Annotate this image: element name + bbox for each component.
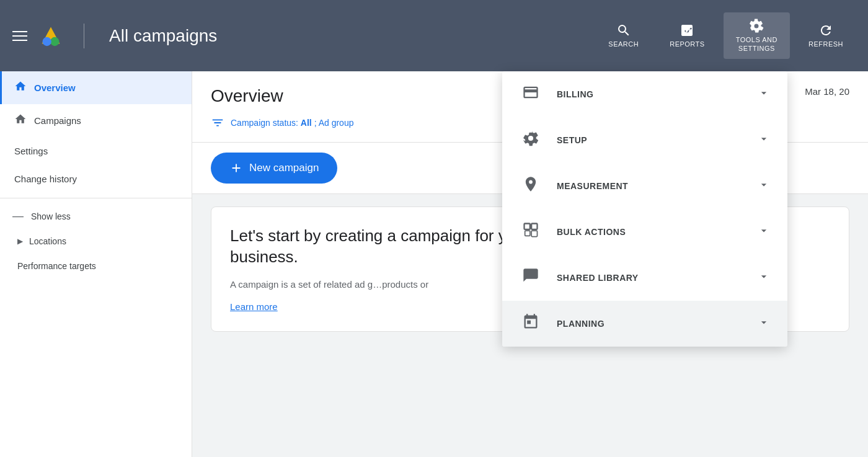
- dropdown-setup-label: SETUP: [557, 135, 743, 145]
- dropdown-item-billing[interactable]: BILLING: [502, 71, 787, 117]
- date-range: Mar 18, 20: [805, 86, 849, 97]
- sidebar-item-change-history[interactable]: Change history: [0, 165, 192, 193]
- billing-chevron-icon: [758, 87, 770, 102]
- filter-label: Campaign status:: [231, 118, 298, 128]
- minus-icon: —: [12, 210, 24, 223]
- reports-tool-button[interactable]: REPORTS: [657, 17, 717, 55]
- search-icon: [616, 23, 631, 38]
- dropdown-measurement-label: MEASUREMENT: [557, 181, 743, 191]
- svg-rect-6: [525, 224, 530, 229]
- home-icon: [14, 80, 27, 95]
- sidebar-item-campaigns-label: Campaigns: [34, 115, 81, 126]
- sidebar-item-overview-label: Overview: [34, 82, 76, 93]
- expand-arrow-icon: ▶: [17, 237, 23, 246]
- card-desc-suffix: …products or: [373, 279, 428, 290]
- planning-chevron-icon: [758, 316, 770, 332]
- measurement-chevron-icon: [758, 179, 770, 194]
- sidebar-item-overview[interactable]: Overview: [0, 71, 192, 104]
- reports-tool-label: REPORTS: [670, 40, 704, 48]
- show-less-button[interactable]: — Show less: [0, 203, 192, 229]
- sidebar-item-campaigns[interactable]: Campaigns: [0, 104, 192, 137]
- dropdown-item-measurement[interactable]: MEASUREMENT: [502, 163, 787, 209]
- billing-icon: [520, 84, 542, 105]
- new-campaign-button[interactable]: New campaign: [211, 153, 337, 184]
- logo-divider: [84, 24, 84, 48]
- svg-rect-4: [686, 26, 688, 33]
- dropdown-item-shared-library[interactable]: SHARED LIBRARY: [502, 255, 787, 301]
- header-right: SEARCH REPORTS TOOLS ANDSETTINGS REFRE: [596, 12, 856, 58]
- dropdown-item-bulk-actions[interactable]: BULK ACTIONS: [502, 209, 787, 255]
- dropdown-item-setup[interactable]: SETUP: [502, 117, 787, 163]
- filter-suffix: ; Ad group: [314, 118, 354, 128]
- header-left: All campaigns: [12, 24, 596, 48]
- logo-container: [40, 25, 62, 47]
- search-tool-button[interactable]: SEARCH: [596, 17, 651, 55]
- sidebar-item-settings[interactable]: Settings: [0, 137, 192, 165]
- learn-more-link[interactable]: Learn more: [230, 301, 278, 312]
- sidebar-item-performance-targets-label: Performance targets: [17, 261, 96, 271]
- tools-settings-dropdown: BILLING SETUP MEASUREMENT: [502, 71, 787, 347]
- plus-icon: [229, 161, 243, 175]
- page-title-header: All campaigns: [109, 26, 217, 46]
- tools-settings-tool-button[interactable]: TOOLS ANDSETTINGS: [724, 12, 790, 58]
- sidebar-item-performance-targets[interactable]: Performance targets: [0, 254, 192, 278]
- bulk-actions-icon: [520, 221, 542, 242]
- menu-button[interactable]: [12, 31, 27, 41]
- planning-icon: [520, 313, 542, 334]
- measurement-icon: [520, 175, 542, 197]
- google-ads-logo-icon: [40, 25, 62, 47]
- svg-point-2: [43, 37, 51, 45]
- sidebar-divider: [0, 198, 192, 198]
- dropdown-shared-library-label: SHARED LIBRARY: [557, 273, 743, 283]
- sidebar: Overview Campaigns Settings Change histo…: [0, 71, 192, 457]
- sidebar-item-locations-label: Locations: [29, 236, 66, 246]
- shared-library-icon: [520, 267, 542, 288]
- svg-rect-3: [683, 28, 684, 33]
- dropdown-bulk-actions-label: BULK ACTIONS: [557, 227, 743, 237]
- search-tool-label: SEARCH: [608, 40, 639, 48]
- tools-settings-icon: [749, 19, 764, 33]
- app-header: All campaigns SEARCH REPORTS TOOLS AN: [0, 0, 868, 71]
- sidebar-item-locations[interactable]: ▶ Locations: [0, 229, 192, 254]
- reports-icon: [680, 23, 694, 38]
- svg-rect-7: [525, 231, 530, 236]
- sidebar-item-settings-label: Settings: [14, 146, 48, 156]
- tools-settings-tool-label: TOOLS ANDSETTINGS: [736, 36, 777, 52]
- filter-value: All: [301, 118, 312, 128]
- svg-rect-8: [531, 224, 537, 229]
- sidebar-item-change-history-label: Change history: [14, 174, 77, 184]
- dropdown-planning-label: PLANNING: [557, 319, 743, 329]
- dropdown-billing-label: BILLING: [557, 89, 743, 99]
- bulk-actions-chevron-icon: [758, 224, 770, 240]
- filter-icon: [211, 116, 224, 130]
- filter-text: Campaign status: All ; Ad group: [231, 118, 353, 128]
- setup-chevron-icon: [758, 133, 770, 148]
- show-less-label: Show less: [31, 211, 71, 221]
- svg-point-1: [50, 37, 59, 45]
- setup-icon: [520, 130, 542, 151]
- svg-rect-9: [531, 231, 537, 236]
- svg-rect-5: [689, 29, 691, 33]
- shared-library-chevron-icon: [758, 270, 770, 286]
- refresh-tool-button[interactable]: REFRESH: [796, 17, 856, 55]
- dropdown-item-planning[interactable]: PLANNING: [502, 301, 787, 347]
- new-campaign-label: New campaign: [249, 162, 319, 174]
- refresh-tool-label: REFRESH: [808, 40, 843, 48]
- campaigns-icon: [14, 113, 27, 128]
- refresh-icon: [818, 23, 833, 38]
